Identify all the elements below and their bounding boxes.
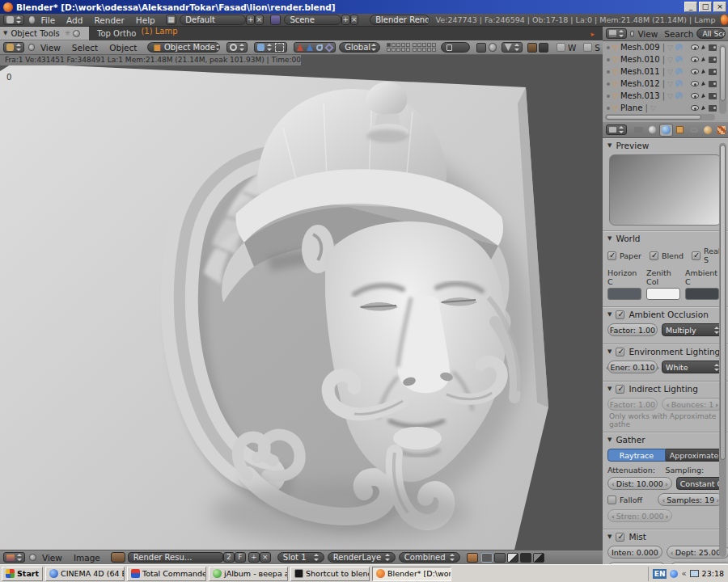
menu-select[interactable]: Select	[72, 43, 98, 53]
translate-manipulator-icon[interactable]	[297, 44, 303, 51]
render-pass-select[interactable]: Combined	[399, 552, 460, 563]
gather-distance-slider[interactable]: Dist: 10.000	[607, 477, 672, 490]
fake-user-button[interactable]: F	[235, 552, 246, 563]
menu-view[interactable]: View	[637, 29, 658, 39]
ao-checkbox[interactable]	[616, 310, 624, 319]
panel-expand-icon[interactable]: ▸	[590, 30, 595, 38]
indirect-factor-slider[interactable]: Factor: 1.00	[607, 398, 658, 411]
close-button[interactable]: ×	[713, 2, 726, 12]
gather-approximate-button[interactable]: Approximate	[666, 449, 723, 462]
tray-collapse-icon[interactable]: «	[681, 569, 686, 578]
outliner-row[interactable]: ▽ Mesh.012 ▽	[603, 78, 728, 90]
env-color-select[interactable]: White	[662, 361, 723, 373]
tab-object[interactable]	[674, 124, 687, 137]
scene-add-button[interactable]: +	[341, 15, 350, 25]
indirect-bounces-slider[interactable]: Bounces: 1	[662, 398, 723, 411]
channel-alpha-icon[interactable]	[507, 553, 518, 563]
editor-type-button[interactable]	[3, 15, 24, 25]
outliner-row[interactable]: ▽ Mesh.010 ▽	[603, 53, 728, 65]
screen-layout-field[interactable]: Default	[180, 15, 246, 25]
maximize-button[interactable]: □	[699, 2, 712, 12]
scene-close-button[interactable]: ×	[350, 15, 359, 25]
tab-constraints[interactable]	[688, 124, 700, 137]
real-sky-checkbox[interactable]	[692, 251, 700, 260]
panel-header-preview[interactable]: Preview	[603, 138, 728, 152]
outliner-vscrollbar[interactable]	[719, 44, 726, 114]
blender-logo-icon[interactable]	[721, 15, 728, 25]
layout-add-button[interactable]: +	[246, 15, 255, 25]
selectable-arrow-icon[interactable]	[701, 44, 706, 50]
tab-render[interactable]	[632, 124, 645, 137]
disclosure-dot-icon[interactable]	[607, 82, 610, 86]
menu-file[interactable]: File	[41, 15, 56, 25]
disclosure-dot-icon[interactable]	[607, 70, 610, 74]
image-browse-icon[interactable]	[111, 552, 125, 563]
pivot-select-button[interactable]	[254, 42, 287, 53]
menu-object[interactable]: Object	[109, 43, 137, 53]
gather-samples-slider[interactable]: Samples: 19	[658, 493, 723, 506]
image-unlink-button[interactable]: ×	[260, 552, 271, 563]
renderable-camera-icon[interactable]	[709, 69, 717, 75]
lock-select[interactable]	[441, 42, 470, 53]
mist-checkbox[interactable]	[616, 533, 624, 542]
renderable-camera-icon[interactable]	[709, 81, 717, 87]
language-indicator[interactable]: EN	[653, 569, 667, 579]
channel-z-icon[interactable]	[520, 553, 531, 563]
outliner-row[interactable]: ▽ Mesh.011 ▽	[603, 65, 728, 78]
renderable-camera-icon[interactable]	[709, 57, 717, 63]
scene-field[interactable]: Scene	[284, 15, 341, 25]
outliner-row[interactable]: ▽ Plane ▽	[603, 102, 728, 114]
indirect-checkbox[interactable]	[616, 385, 624, 394]
render-result-view[interactable]: Fra:1 Ve:431451 Fa:348491 La:1 Mem:21.48…	[0, 55, 603, 550]
manipulator-extra-icon[interactable]	[324, 43, 333, 52]
menu-search[interactable]: Search	[664, 29, 693, 39]
horizon-color-swatch[interactable]	[607, 288, 641, 300]
editor-type-button[interactable]	[606, 28, 627, 39]
renderable-camera-icon[interactable]	[709, 44, 717, 51]
outliner-row[interactable]: ▽ Mesh.013 ▽	[603, 90, 728, 102]
gather-strength-slider[interactable]: Stren: 0.000	[607, 509, 672, 522]
task-jalbum[interactable]: jAlbum - веера альбо...	[209, 567, 288, 581]
network-monitor-icon[interactable]	[690, 570, 699, 577]
renderable-camera-icon[interactable]	[709, 105, 717, 112]
menu-add[interactable]: Add	[66, 15, 83, 25]
image-name-field[interactable]: Render Resu...	[128, 552, 223, 563]
renderable-camera-icon[interactable]	[709, 93, 717, 99]
minimize-button[interactable]: _	[684, 2, 697, 12]
image-users-button[interactable]: 2	[223, 552, 235, 563]
task-cinema4d[interactable]: CINEMA 4D (64 Bit) - [Un...	[45, 567, 125, 581]
tray-app-icon[interactable]	[670, 570, 678, 578]
disclosure-dot-icon[interactable]	[607, 95, 610, 98]
s-checkbox[interactable]	[583, 43, 592, 52]
visibility-eye-icon[interactable]	[691, 44, 699, 50]
mist-intensity-slider[interactable]: Inten: 0.000	[607, 546, 662, 559]
disclosure-dot-icon[interactable]	[607, 46, 610, 49]
selectable-arrow-icon[interactable]	[701, 93, 706, 99]
layout-close-button[interactable]: ×	[255, 15, 264, 25]
visibility-eye-icon[interactable]	[691, 105, 699, 111]
gather-raytrace-button[interactable]: Raytrace	[607, 449, 666, 462]
snap-group[interactable]	[502, 42, 523, 53]
slot-select[interactable]: Slot 1	[277, 552, 324, 563]
disclosure-dot-icon[interactable]	[607, 58, 610, 61]
disclosure-dot-icon[interactable]	[607, 107, 610, 110]
properties-vscrollbar[interactable]	[719, 143, 726, 557]
start-button[interactable]: Start	[2, 567, 43, 581]
orientation-select[interactable]: Global	[339, 42, 380, 53]
menu-render[interactable]: Render	[94, 15, 124, 25]
blend-sky-checkbox[interactable]	[650, 251, 658, 260]
tab-texture[interactable]	[715, 124, 728, 137]
image-new-button[interactable]: +	[248, 552, 260, 563]
scene-icon[interactable]	[270, 15, 281, 25]
task-shortcut-blender[interactable]: Shortcut to blender-wi...	[290, 567, 370, 581]
screen-layout-icon[interactable]: ▦	[166, 15, 177, 25]
panel-header-ambient-occlusion[interactable]: Ambient Occlusion	[603, 307, 728, 321]
panel-header-world[interactable]: World	[603, 231, 728, 245]
pin-icon[interactable]	[28, 15, 36, 24]
layers-grid-2[interactable]	[413, 43, 436, 52]
env-energy-slider[interactable]: Ener: 0.110	[607, 361, 658, 373]
menu-help[interactable]: Help	[136, 15, 155, 25]
display-filter-select[interactable]: All Scenes	[696, 28, 726, 39]
manipulator-group[interactable]	[294, 42, 336, 53]
panel-header-mist[interactable]: Mist	[603, 529, 728, 543]
